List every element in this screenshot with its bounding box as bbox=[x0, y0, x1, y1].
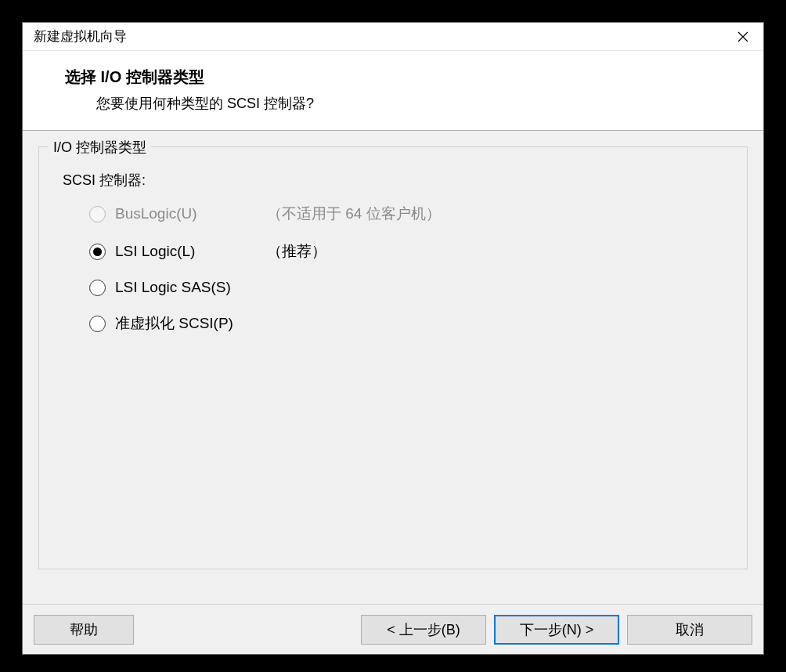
radio-lsi-logic-sas[interactable] bbox=[89, 280, 106, 296]
wizard-footer: 帮助 < 上一步(B) 下一步(N) > 取消 bbox=[23, 604, 763, 654]
radio-buslogic bbox=[89, 206, 106, 222]
radio-hint: （推荐） bbox=[267, 241, 326, 262]
fieldset-legend: I/O 控制器类型 bbox=[49, 138, 151, 157]
radio-label: LSI Logic SAS(S) bbox=[115, 279, 253, 296]
back-button[interactable]: < 上一步(B) bbox=[361, 615, 486, 645]
cancel-button[interactable]: 取消 bbox=[627, 615, 752, 645]
window-title: 新建虚拟机向导 bbox=[34, 27, 127, 45]
option-buslogic: BusLogic(U) （不适用于 64 位客户机） bbox=[89, 204, 728, 224]
option-lsi-logic-sas[interactable]: LSI Logic SAS(S) bbox=[89, 279, 728, 296]
close-icon bbox=[737, 31, 748, 42]
radio-label: 准虚拟化 SCSI(P) bbox=[115, 313, 253, 334]
radio-lsi-logic[interactable] bbox=[89, 244, 106, 260]
radio-label: LSI Logic(L) bbox=[115, 243, 253, 260]
page-title: 选择 I/O 控制器类型 bbox=[65, 67, 740, 88]
wizard-dialog: 新建虚拟机向导 选择 I/O 控制器类型 您要使用何种类型的 SCSI 控制器?… bbox=[22, 22, 764, 655]
wizard-header: 选择 I/O 控制器类型 您要使用何种类型的 SCSI 控制器? bbox=[23, 51, 763, 131]
titlebar: 新建虚拟机向导 bbox=[23, 23, 763, 51]
scsi-controller-label: SCSI 控制器: bbox=[63, 171, 728, 190]
option-lsi-logic[interactable]: LSI Logic(L) （推荐） bbox=[89, 241, 728, 262]
wizard-content: I/O 控制器类型 SCSI 控制器: BusLogic(U) （不适用于 64… bbox=[23, 131, 763, 604]
next-button[interactable]: 下一步(N) > bbox=[494, 615, 619, 645]
radio-paravirtual-scsi[interactable] bbox=[89, 316, 106, 332]
option-paravirtual-scsi[interactable]: 准虚拟化 SCSI(P) bbox=[89, 313, 728, 334]
page-subtitle: 您要使用何种类型的 SCSI 控制器? bbox=[65, 94, 740, 113]
help-button[interactable]: 帮助 bbox=[34, 615, 134, 645]
radio-hint: （不适用于 64 位客户机） bbox=[267, 204, 441, 224]
io-controller-fieldset: I/O 控制器类型 SCSI 控制器: BusLogic(U) （不适用于 64… bbox=[38, 146, 748, 569]
close-button[interactable] bbox=[727, 26, 759, 48]
radio-label: BusLogic(U) bbox=[115, 205, 253, 222]
